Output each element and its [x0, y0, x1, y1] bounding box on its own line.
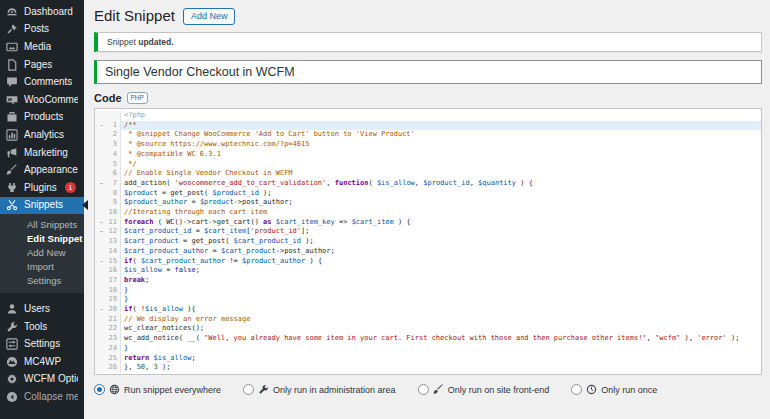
code-line-7[interactable]: -7add_action( 'woocommerce_add_to_cart_v… [95, 179, 761, 189]
sidebar-item-mc4wp[interactable]: MC4WP [0, 353, 84, 371]
sidebar-item-plugins[interactable]: Plugins1 [0, 179, 84, 197]
code-text[interactable]: <?php [121, 111, 761, 121]
code-line-21[interactable]: 21// We display an error message [95, 315, 761, 325]
code-text[interactable]: * @source https://www.wptechnic.com/?p=4… [121, 140, 761, 150]
sidebar-item-label: Analytics [24, 129, 64, 141]
sidebar-item-collapse-menu[interactable]: Collapse menu [0, 388, 84, 406]
sidebar-item-appearance[interactable]: Appearance [0, 161, 84, 179]
add-new-button[interactable]: Add New [183, 8, 236, 25]
radio-button[interactable] [94, 384, 105, 395]
code-text[interactable]: $cart_product_id = $cart_item['product_i… [121, 227, 761, 237]
sidebar-subitem-import[interactable]: Import [0, 259, 84, 273]
sidebar-item-comments[interactable]: Comments [0, 73, 84, 91]
code-line-2[interactable]: 2 * @snippet Change WooCommerce 'Add to … [95, 130, 761, 140]
code-line-12[interactable]: -12$cart_product_id = $cart_item['produc… [95, 227, 761, 237]
line-number: 13 [109, 237, 117, 247]
code-text[interactable]: $cart_product = get_post( $cart_product_… [121, 237, 761, 247]
code-line-23[interactable]: 23wc_add_notice( __( "Well, you already … [95, 334, 761, 344]
code-line-18[interactable]: 18} [95, 286, 761, 296]
code-line-16[interactable]: 16$is_allow = false; [95, 266, 761, 276]
scope-option-only-run-on-site-front-end[interactable]: Only run on site front-end [418, 384, 550, 395]
fold-marker-icon[interactable]: - [99, 218, 104, 228]
fold-marker-icon[interactable]: - [99, 305, 104, 315]
fold-marker-icon[interactable]: - [99, 121, 104, 131]
code-text[interactable]: } [121, 286, 761, 296]
sidebar-subitem-settings[interactable]: Settings [0, 273, 84, 287]
sidebar-item-label: MC4WP [24, 356, 61, 368]
code-line-19[interactable]: 19} [95, 295, 761, 305]
sidebar-item-dashboard[interactable]: Dashboard [0, 3, 84, 21]
snippet-title-input[interactable]: Single Vendor Checkout in WCFM [94, 60, 762, 84]
sidebar-item-settings[interactable]: Settings [0, 335, 84, 353]
code-text[interactable]: if( $cart_product_author != $product_aut… [121, 257, 761, 267]
sidebar-item-posts[interactable]: Posts [0, 21, 84, 39]
code-text[interactable]: // Enable Single Vendor Checkout in WCFM [121, 169, 761, 179]
code-text[interactable]: $is_allow = false; [121, 266, 761, 276]
code-text[interactable]: */ [121, 160, 761, 170]
fold-marker-icon[interactable]: - [99, 227, 104, 237]
code-line-20[interactable]: -20if( !$is_allow ){ [95, 305, 761, 315]
code-line-25[interactable]: 25return $is_allow; [95, 354, 761, 364]
code-line-8[interactable]: 8$product = get_post( $product_id ); [95, 189, 761, 199]
sidebar-item-analytics[interactable]: Analytics [0, 126, 84, 144]
sidebar-item-wcfm-options[interactable]: WCFM Options [0, 371, 84, 389]
fold-marker-icon[interactable]: - [99, 179, 104, 189]
code-line-10[interactable]: 10//Iterating through each cart item [95, 208, 761, 218]
sidebar-item-snippets[interactable]: Snippets [0, 197, 84, 215]
code-editor[interactable]: <?php-1/**2 * @snippet Change WooCommerc… [94, 108, 762, 375]
fold-marker-icon[interactable]: - [99, 257, 104, 267]
code-line-13[interactable]: 13$cart_product = get_post( $cart_produc… [95, 237, 761, 247]
code-line-26[interactable]: 26}, 50, 3 ); [95, 363, 761, 373]
code-line-11[interactable]: -11foreach ( WC()->cart->get_cart() as $… [95, 218, 761, 228]
code-text[interactable]: wc_add_notice( __( "Well, you already ha… [121, 334, 761, 344]
code-text[interactable]: //Iterating through each cart item [121, 208, 761, 218]
code-text[interactable]: wc_clear_notices(); [121, 324, 761, 334]
code-text[interactable]: $product_author = $product->post_author; [121, 198, 761, 208]
code-line-1[interactable]: -1/** [95, 121, 761, 131]
sidebar-item-media[interactable]: Media [0, 38, 84, 56]
radio-button[interactable] [418, 384, 429, 395]
line-number: 21 [109, 315, 117, 325]
code-line-9[interactable]: 9$product_author = $product->post_author… [95, 198, 761, 208]
sidebar-subitem-edit-snippet[interactable]: Edit Snippet [0, 231, 84, 245]
sidebar-item-users[interactable]: Users [0, 300, 84, 318]
sidebar-item-pages[interactable]: Pages [0, 56, 84, 74]
code-text[interactable]: * @compatible WC 6.3.1 [121, 150, 761, 160]
code-text[interactable]: } [121, 344, 761, 354]
code-text[interactable]: // We display an error message [121, 315, 761, 325]
code-text[interactable]: break; [121, 276, 761, 286]
gutter: 25 [95, 354, 121, 364]
sidebar-item-tools[interactable]: Tools [0, 318, 84, 336]
code-line-17[interactable]: 17break; [95, 276, 761, 286]
radio-button[interactable] [571, 384, 582, 395]
notice-text: Snippet updated. [107, 37, 174, 47]
sidebar-item-products[interactable]: Products [0, 109, 84, 127]
sidebar-subitem-all-snippets[interactable]: All Snippets [0, 217, 84, 231]
scope-option-only-run-in-administration-area[interactable]: Only run in administration area [243, 384, 396, 395]
code-line-3[interactable]: 3 * @source https://www.wptechnic.com/?p… [95, 140, 761, 150]
code-text[interactable]: return $is_allow; [121, 354, 761, 364]
code-line-14[interactable]: 14$cart_product_author = $cart_product->… [95, 247, 761, 257]
code-line-4[interactable]: 4 * @compatible WC 6.3.1 [95, 150, 761, 160]
code-line-15[interactable]: -15if( $cart_product_author != $product_… [95, 257, 761, 267]
code-text[interactable]: add_action( 'woocommerce_add_to_cart_val… [121, 179, 761, 189]
code-line-22[interactable]: 22wc_clear_notices(); [95, 324, 761, 334]
code-text[interactable]: } [121, 295, 761, 305]
code-text[interactable]: foreach ( WC()->cart->get_cart() as $car… [121, 218, 761, 228]
scope-option-only-run-once[interactable]: Only run once [571, 384, 657, 395]
code-line-6[interactable]: 6// Enable Single Vendor Checkout in WCF… [95, 169, 761, 179]
code-text[interactable]: * @snippet Change WooCommerce 'Add to Ca… [121, 130, 761, 140]
code-line-24[interactable]: 24} [95, 344, 761, 354]
sidebar-item-woocommerce[interactable]: WooCommerce [0, 91, 84, 109]
code-line-5[interactable]: 5 */ [95, 160, 761, 170]
code-text[interactable]: }, 50, 3 ); [121, 363, 761, 373]
code-text[interactable]: if( !$is_allow ){ [121, 305, 761, 315]
sidebar-item-marketing[interactable]: Marketing [0, 144, 84, 162]
radio-button[interactable] [243, 384, 254, 395]
php-open-line[interactable]: <?php [95, 111, 761, 121]
code-text[interactable]: /** [121, 121, 761, 131]
sidebar-subitem-add-new[interactable]: Add New [0, 245, 84, 259]
code-text[interactable]: $product = get_post( $product_id ); [121, 189, 761, 199]
scope-option-run-snippet-everywhere[interactable]: Run snippet everywhere [94, 384, 221, 395]
code-text[interactable]: $cart_product_author = $cart_product->po… [121, 247, 761, 257]
